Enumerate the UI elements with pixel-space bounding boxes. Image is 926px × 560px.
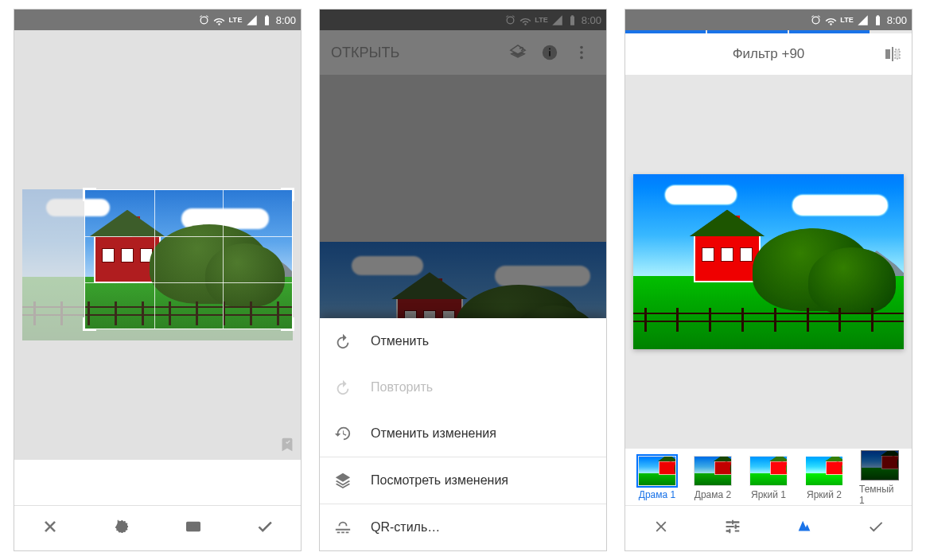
done-button[interactable] — [867, 518, 885, 539]
battery-icon — [261, 14, 273, 26]
preset-strip[interactable]: Драма 1 Драма 2 Яркий 1 Яркий 2 Темный 1 — [625, 450, 912, 506]
menu-item-undo[interactable]: Отменить — [320, 318, 606, 364]
screenshot-crop-tool: LTE 8:00 — [14, 10, 301, 550]
presets-button[interactable] — [796, 518, 813, 539]
filter-title: Фильтр +90 — [733, 46, 805, 62]
crop-handle-tl[interactable] — [83, 188, 96, 201]
rotate-button[interactable] — [113, 518, 130, 539]
signal-icon — [857, 14, 869, 26]
menu-item-qr-style[interactable]: QR-стиль… — [320, 504, 606, 550]
menu-label: Отменить изменения — [371, 426, 496, 441]
filter-bottombar — [625, 505, 912, 550]
bookmark-icon[interactable] — [278, 436, 296, 453]
crop-canvas[interactable] — [14, 30, 301, 460]
wifi-icon — [825, 14, 837, 26]
crop-handle-br[interactable] — [281, 317, 294, 331]
menu-label: Повторить — [371, 380, 433, 395]
preset-label: Драма 2 — [694, 489, 731, 500]
preset-thumb[interactable]: Драма 1 — [636, 456, 678, 500]
preset-thumb[interactable]: Драма 2 — [692, 456, 733, 500]
status-bar: LTE 8:00 — [625, 10, 912, 30]
preset-label: Драма 1 — [639, 489, 675, 500]
crop-handle-tr[interactable] — [281, 188, 294, 201]
menu-label: Отменить — [371, 334, 429, 348]
done-button[interactable] — [256, 518, 274, 539]
layers-icon — [334, 472, 352, 489]
aspect-button[interactable] — [185, 518, 202, 539]
battery-icon — [872, 14, 884, 26]
menu-item-redo: Повторить — [320, 364, 606, 410]
redo-icon — [334, 379, 352, 396]
status-clock: 8:00 — [887, 14, 907, 26]
menu-item-revert[interactable]: Отменить изменения — [320, 410, 606, 457]
status-clock: 8:00 — [276, 14, 296, 26]
preset-label: Яркий 1 — [751, 489, 786, 500]
menu-item-view-edits[interactable]: Посмотреть изменения — [320, 457, 606, 504]
qr-style-icon — [334, 519, 352, 536]
preset-label: Яркий 2 — [807, 489, 842, 500]
screenshot-edit-menu: LTE 8:00 ОТКРЫТЬ — [320, 10, 606, 550]
preset-thumb[interactable]: Яркий 2 — [803, 456, 845, 500]
menu-label: Посмотреть изменения — [371, 473, 508, 488]
bottom-sheet-menu: Отменить Повторить Отменить изменения По… — [320, 318, 606, 550]
tune-button[interactable] — [724, 518, 741, 539]
filter-canvas[interactable] — [625, 75, 912, 449]
svg-point-1 — [190, 526, 191, 527]
crop-handle-bl[interactable] — [83, 317, 96, 331]
svg-point-3 — [196, 526, 196, 527]
signal-icon — [246, 14, 258, 26]
alarm-icon — [198, 14, 210, 26]
compare-icon[interactable] — [883, 45, 902, 64]
wifi-icon — [213, 14, 225, 26]
close-button[interactable] — [41, 518, 59, 539]
filter-header: Фильтр +90 — [625, 33, 912, 75]
undo-icon — [334, 332, 352, 350]
svg-point-2 — [193, 526, 193, 527]
crop-overlay[interactable] — [84, 189, 293, 329]
preset-label: Темный 1 — [859, 484, 901, 506]
alarm-icon — [810, 14, 822, 26]
status-bar: LTE 8:00 — [14, 10, 301, 30]
history-icon — [334, 425, 352, 442]
close-button[interactable] — [652, 518, 670, 539]
preset-thumb[interactable]: Яркий 1 — [748, 456, 789, 500]
network-label: LTE — [840, 16, 853, 24]
crop-bottombar — [14, 505, 301, 550]
screenshot-filter-presets: LTE 8:00 Фильтр +90 — [625, 10, 912, 550]
menu-label: QR-стиль… — [371, 520, 440, 535]
preset-thumb[interactable]: Темный 1 — [859, 450, 901, 506]
network-label: LTE — [228, 17, 242, 23]
